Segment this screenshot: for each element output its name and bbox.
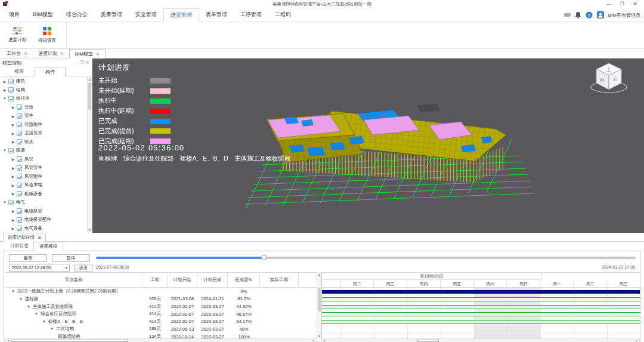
tab-plan-detail[interactable]: 进度计划详情 ✕ bbox=[3, 233, 46, 242]
checkbox[interactable] bbox=[8, 79, 14, 84]
expand-arrow-icon[interactable]: ▼ bbox=[2, 149, 7, 152]
expand-arrow-icon[interactable]: ▶ bbox=[11, 218, 16, 222]
gantt-bar-progress[interactable] bbox=[322, 305, 640, 309]
collapse-arrow-icon[interactable]: ▼ bbox=[42, 320, 46, 323]
close-icon[interactable]: ✕ bbox=[60, 49, 64, 58]
tree-item[interactable]: ▶管路附件 bbox=[0, 121, 87, 130]
expand-arrow-icon[interactable]: ▶ bbox=[11, 226, 16, 230]
menu-item[interactable]: 质量管理 bbox=[94, 8, 129, 21]
help-icon[interactable]: ? bbox=[586, 11, 593, 19]
close-icon[interactable]: ✕ bbox=[38, 235, 41, 241]
close-button[interactable]: ✕ bbox=[628, 0, 642, 8]
close-panel-icon[interactable]: ✕ bbox=[86, 60, 89, 65]
tree-item[interactable]: ▶电缆桥架 bbox=[0, 207, 87, 216]
chevron-down-icon[interactable]: ▾ bbox=[63, 266, 69, 270]
menu-item[interactable]: 工序管理 bbox=[234, 8, 268, 21]
gantt-bar-progress[interactable] bbox=[322, 297, 640, 301]
collapse-arrow-icon[interactable]: ▼ bbox=[50, 327, 54, 331]
gantt-bar-progress[interactable] bbox=[322, 312, 640, 316]
expand-arrow-icon[interactable]: ▶ bbox=[11, 131, 16, 135]
table-row[interactable]: ▼2022一级施工计划上墙（2.26调整式用2.26加前期）0% bbox=[5, 288, 317, 295]
expand-arrow-icon[interactable]: ▼ bbox=[2, 201, 7, 204]
checkbox[interactable] bbox=[17, 139, 22, 144]
tree-item[interactable]: ▶管道 bbox=[0, 103, 87, 112]
table-scrollbar[interactable]: ▲ ▼ bbox=[317, 272, 321, 338]
model-panel-tab[interactable]: 楼层 bbox=[4, 67, 35, 76]
gantt-chart[interactable]: 第18周/2022 周二周三周四周五周六周日周一周二周三 bbox=[321, 272, 640, 338]
subtab[interactable]: 进度模拟 bbox=[33, 242, 63, 251]
close-icon[interactable]: ✕ bbox=[96, 50, 100, 58]
message-icon[interactable] bbox=[564, 13, 571, 17]
expand-arrow-icon[interactable]: ▶ bbox=[11, 157, 16, 161]
pause-button[interactable]: 暂停 bbox=[52, 254, 90, 262]
menu-item[interactable]: 项目 bbox=[2, 8, 26, 21]
cube-face-top[interactable]: 上 bbox=[606, 67, 611, 72]
expand-arrow-icon[interactable]: ▶ bbox=[11, 183, 16, 187]
workspace-tab[interactable]: BIM模型✕ bbox=[69, 49, 106, 58]
checkbox[interactable] bbox=[17, 113, 22, 119]
table-hscrollbar[interactable]: ◂ ▸ bbox=[5, 338, 317, 342]
expand-arrow-icon[interactable]: ▶ bbox=[11, 209, 16, 213]
menu-item[interactable]: BIM模型 bbox=[26, 8, 60, 21]
checkbox[interactable] bbox=[17, 208, 22, 214]
checkbox[interactable] bbox=[17, 165, 22, 171]
tree-item[interactable]: ▶管件 bbox=[0, 112, 87, 121]
expand-arrow-icon[interactable]: ▶ bbox=[11, 192, 16, 196]
checkbox[interactable] bbox=[17, 226, 22, 231]
tree-item[interactable]: ▶风管 bbox=[0, 155, 87, 164]
bim-3d-viewport[interactable]: 计划进度 未开始未开始(延期)执行中执行中(延期)已完成已完成(提前)已完成(延… bbox=[92, 58, 644, 233]
tree-scrollbar[interactable]: ▲ ▼ bbox=[87, 77, 92, 232]
close-icon[interactable]: ✕ bbox=[24, 49, 27, 58]
minimize-button[interactable]: — bbox=[602, 0, 615, 8]
tree-item[interactable]: ▶建筑 bbox=[0, 77, 87, 86]
scroll-down-icon[interactable]: ▼ bbox=[88, 227, 92, 232]
expand-arrow-icon[interactable]: ▶ bbox=[11, 140, 16, 144]
tree-item[interactable]: ▶风管管件 bbox=[0, 164, 87, 172]
user-name[interactable]: BIM平台管理员 bbox=[608, 12, 640, 19]
expand-arrow-icon[interactable]: ▶ bbox=[11, 166, 16, 170]
tree-item[interactable]: ▶风道末端 bbox=[0, 181, 87, 190]
checkbox[interactable] bbox=[17, 174, 22, 179]
scrollbar-thumb[interactable] bbox=[318, 288, 321, 312]
scrollbar-thumb[interactable] bbox=[417, 340, 439, 342]
gantt-bar-progress[interactable] bbox=[322, 320, 640, 324]
checkbox[interactable] bbox=[8, 148, 14, 153]
float-panel-icon[interactable]: ❐ bbox=[80, 60, 83, 65]
expand-arrow-icon[interactable]: ▼ bbox=[2, 97, 7, 100]
tree-item[interactable]: ▶风管附件 bbox=[0, 172, 87, 181]
collapse-arrow-icon[interactable]: ▼ bbox=[27, 305, 30, 309]
menu-item[interactable]: 综合办公 bbox=[60, 8, 94, 21]
avatar[interactable] bbox=[597, 11, 604, 19]
table-row[interactable]: ▼主体施工及验收阶段414天2022-02-072023-03-2744.92% bbox=[5, 303, 317, 310]
workspace-tab[interactable]: 工作台✕ bbox=[1, 49, 33, 58]
gantt-hscrollbar[interactable]: ◂ ▸ bbox=[321, 338, 640, 342]
checkbox[interactable] bbox=[8, 96, 14, 101]
menu-item[interactable]: 二维码 bbox=[268, 8, 298, 21]
model-panel-tab[interactable]: 构件 bbox=[35, 67, 66, 76]
checkbox[interactable] bbox=[17, 183, 22, 188]
cube-face-right[interactable]: 右 bbox=[613, 76, 618, 82]
tree-item[interactable]: ▼给排水 bbox=[0, 94, 87, 103]
bell-icon[interactable] bbox=[575, 11, 581, 19]
table-row[interactable]: ▼里程牌928天2021-07-082024-01-2183.2% bbox=[5, 295, 317, 303]
expand-arrow-icon[interactable]: ▶ bbox=[11, 174, 16, 178]
restore-button[interactable]: ❐ bbox=[615, 0, 628, 8]
table-row[interactable]: ▼二次结构288天2022-06-132023-03-2740% bbox=[5, 325, 317, 333]
menu-item[interactable]: 进度管理 bbox=[163, 8, 199, 21]
tree-item[interactable]: ▶电气设备 bbox=[0, 224, 87, 233]
scroll-down-icon[interactable]: ▼ bbox=[317, 334, 321, 338]
checkbox[interactable] bbox=[17, 156, 22, 162]
checkbox[interactable] bbox=[8, 200, 14, 205]
table-row[interactable]: 砌体墙结构134天2022-11-142023-03-27100% bbox=[5, 333, 317, 338]
tree-item[interactable]: ▶结构 bbox=[0, 86, 87, 95]
view-navigation-cube[interactable]: 上 前 右 bbox=[589, 61, 633, 95]
menu-item[interactable]: 安全管理 bbox=[129, 8, 163, 21]
checkbox[interactable] bbox=[17, 131, 22, 136]
checkbox[interactable] bbox=[8, 87, 14, 93]
table-row[interactable]: ▼综合诊疗及住院部414天2022-02-072023-03-2746.67% bbox=[5, 310, 317, 318]
checkbox[interactable] bbox=[17, 217, 22, 223]
table-row[interactable]: ▼裙楼A、E、B、D414天2022-02-072023-03-2764.17% bbox=[5, 318, 317, 326]
workspace-tab[interactable]: 进度计划✕ bbox=[33, 49, 69, 58]
gantt-bar-plan[interactable] bbox=[322, 290, 640, 294]
simulation-settings-button[interactable]: 模拟设置 bbox=[32, 21, 62, 48]
